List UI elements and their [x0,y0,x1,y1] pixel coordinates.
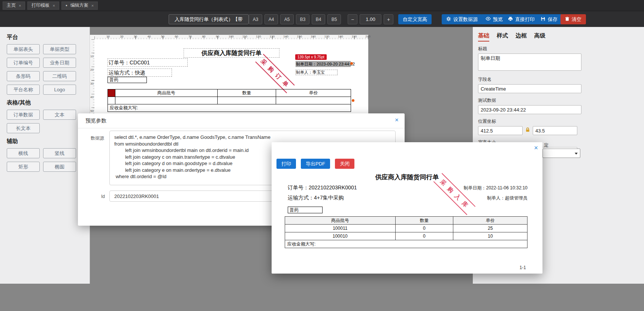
component-ellipse[interactable]: 椭圆 [43,162,76,172]
tab-print-template-label: 打印模板 [31,2,49,9]
detail-table[interactable]: 商品批号 数量 单价 应收金额大写: [108,89,351,112]
preview-detail-table: 商品批号 数量 单价 100011 0 25 100010 0 10 应收金额大… [285,216,527,248]
cell-qty: 0 [395,225,453,232]
position-row [478,126,581,135]
tab-edit-scheme-label: 编辑方案 [70,2,88,9]
sidebar-section-title-platform: 平台 [7,34,90,41]
creator-field[interactable]: 制单人：季玉宝 [296,70,338,75]
testdata-input[interactable] [478,105,581,114]
component-doc-header[interactable]: 单据表头 [7,44,40,54]
tab-edit-scheme[interactable]: ● 编辑方案 × [61,1,98,10]
component-text[interactable]: 文本 [43,110,76,120]
props-tab-border[interactable]: 边框 [515,32,527,42]
save-button[interactable]: 保存 [536,14,562,24]
preview-label: 预览 [493,16,503,23]
title-label: 标题 [478,46,644,52]
table-footer-row: 应收金额大写: [285,240,527,248]
selection-handle[interactable] [352,99,354,102]
zoom-level-input[interactable] [360,14,381,24]
preview-creator: 制单人：超级管理员 [487,195,527,201]
testdata-label: 测试数据 [478,97,644,104]
empty-cell [108,97,115,104]
paper-size-b3[interactable]: B3 [296,14,309,24]
tab-close-icon[interactable]: × [91,3,94,8]
drug-type-box[interactable]: 普药 [108,77,147,83]
partially-hidden-field-select[interactable] [542,149,580,158]
direct-print-label: 直接打印 [515,16,535,23]
set-datasource-button[interactable]: 设置数据源 [442,14,482,24]
zoom-control: − + [348,14,393,24]
amount-label: 应收金额大写: [108,104,351,112]
paper-size-b5[interactable]: B5 [327,14,341,24]
chevron-down-icon [575,153,578,155]
printer-icon [508,16,513,22]
custom-size-button[interactable]: 自定义宽高 [398,14,432,24]
page-indicator: 1-1 [520,265,526,270]
tab-close-icon[interactable]: × [52,3,55,8]
props-tab-advanced[interactable]: 高级 [534,32,545,42]
preview-col-header-qty: 数量 [395,217,453,225]
auxiliary-components-grid: 横线 竖线 矩形 椭圆 [7,148,80,172]
component-hline[interactable]: 横线 [7,148,40,158]
create-date-field-selected[interactable]: 制单日期：2023-09-20 23:44:22 [296,61,351,67]
tab-close-icon[interactable]: × [19,3,21,8]
component-rect[interactable]: 矩形 [7,162,40,172]
component-qrcode[interactable]: 二维码 [43,71,76,81]
components-sidebar: 平台 单据表头 单据类型 订单编号 业务日期 条形码 二维码 平台名称 Logo… [0,27,90,284]
table-row: 100011 0 25 [285,225,527,232]
component-platform-name[interactable]: 平台名称 [7,85,40,95]
props-tab-basic[interactable]: 基础 [478,32,489,42]
component-doc-type[interactable]: 单据类型 [43,44,76,54]
component-barcode[interactable]: 条形码 [7,71,40,81]
component-long-text[interactable]: 长文本 [7,123,40,133]
tab-print-template[interactable]: 打印模板 × [27,1,59,10]
title-textarea[interactable]: 制单日期 [478,54,581,71]
clear-button[interactable]: 清空 [560,14,586,24]
active-dot-icon: ● [66,4,67,7]
direct-print-button[interactable]: 直接打印 [504,14,539,24]
preview-create-date: 制单日期：2022-11-06 10:32:10 [463,185,527,191]
component-business-date[interactable]: 业务日期 [43,58,76,68]
tab-home[interactable]: 主页 × [3,1,25,10]
order-no-field[interactable]: 订单号：CDC001 [108,58,188,67]
fieldname-input[interactable] [478,84,581,93]
component-logo[interactable]: Logo [43,85,76,95]
save-icon [541,16,545,22]
ruler-corner [90,35,94,39]
set-datasource-label: 设置数据源 [453,16,478,23]
close-icon[interactable]: × [534,144,538,151]
paper-size-a4[interactable]: A4 [264,14,278,24]
gear-icon [446,16,451,22]
purchase-order-stamp[interactable]: 采 购 订 单 [255,54,294,93]
pos-y-input[interactable] [533,126,577,135]
table-footer-row: 应收金额大写: [108,104,351,112]
sidebar-section-title-auxiliary: 辅助 [7,138,90,145]
tab-home-label: 主页 [7,2,16,9]
eye-icon [486,16,491,22]
print-button[interactable]: 打印 [276,159,296,169]
preview-info-row-2: 运输方式：4+7集中采购 制单人：超级管理员 [288,195,527,201]
cell-qty: 0 [395,232,453,240]
partially-hidden-field-label: 定 [544,142,548,149]
zoom-out-button[interactable]: − [348,14,357,24]
component-order-data[interactable]: 订单数据 [7,110,40,120]
export-pdf-button[interactable]: 导出PDF [301,159,330,169]
component-order-no[interactable]: 订单编号 [7,58,40,68]
lock-icon[interactable] [525,127,530,134]
ruler-h: 1020304050607080901001101201301401501601… [94,35,368,39]
empty-cell [115,97,217,104]
preview-transport: 运输方式：4+7集中采购 [288,195,344,201]
close-button[interactable]: 关闭 [335,159,354,169]
props-tab-style[interactable]: 样式 [497,32,508,42]
paper-size-a3[interactable]: A3 [249,14,262,24]
paper-size-a5[interactable]: A5 [280,14,294,24]
zoom-in-button[interactable]: + [384,14,393,24]
paper-size-b4[interactable]: B4 [312,14,325,24]
template-name-button[interactable]: 入库随货同行单（列表式）【带 [169,14,249,24]
save-label: 保存 [548,16,557,23]
pos-x-input[interactable] [478,126,523,135]
close-icon[interactable]: × [395,117,399,123]
component-vline[interactable]: 竖线 [43,148,76,158]
selection-handle[interactable] [350,62,353,65]
transport-field[interactable]: 运输方式：快递 [108,68,172,77]
